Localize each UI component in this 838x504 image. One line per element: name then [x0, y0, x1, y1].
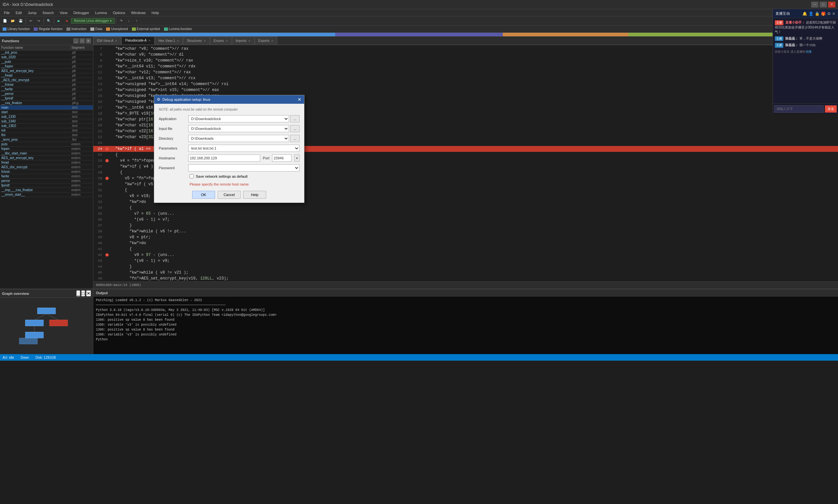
code-line[interactable]: 45 "kw">while ( v8 != v21 ); [93, 270, 838, 275]
tb-save[interactable]: 💾 [17, 17, 24, 24]
menu-options[interactable]: Options [110, 10, 128, 15]
menu-debugger[interactable]: Debugger [71, 10, 92, 15]
chat-send-button[interactable]: 发送 [825, 105, 837, 112]
menu-search[interactable]: Search [40, 10, 57, 15]
chat-icon-person[interactable]: 👤 [808, 12, 814, 16]
function-row[interactable]: freadextern [0, 160, 93, 165]
function-row[interactable]: __smon_start__extern [0, 193, 93, 197]
function-row[interactable]: main.text [0, 105, 93, 110]
function-row[interactable]: __fread.plt [0, 73, 93, 78]
tb-undo[interactable]: ↩ [27, 17, 34, 24]
chat-icon-lock[interactable]: 🔒 [815, 12, 820, 16]
tb-debugger-select[interactable]: Remote Linux debugger ▾ [71, 18, 114, 23]
dialog-port-dropdown-button[interactable]: ▾ [294, 155, 300, 162]
function-row[interactable]: perrorextern [0, 179, 93, 183]
code-line[interactable]: 44 } [93, 264, 838, 270]
close-button[interactable]: ✕ [828, 2, 835, 7]
code-line[interactable]: 38 "kw">while ( v6 != pt... [93, 229, 838, 234]
breakpoint-indicator[interactable] [105, 159, 109, 162]
minimize-button[interactable]: ─ [811, 2, 818, 7]
code-line[interactable]: 46 "fn">AES_set_encrypt_key(v19, 128LL, … [93, 275, 838, 282]
code-line[interactable]: 10 "kw">__int64 v11; "comment">// rdx [93, 64, 838, 69]
output-content[interactable]: Patchingj Loaded v0.1.2 - (c) Markus Gaa… [93, 296, 838, 354]
code-line[interactable]: 14 "kw">unsigned "kw">int v15; "comment"… [93, 87, 838, 93]
dialog-application-select[interactable]: D:\Downloads\lock [188, 115, 289, 122]
dialog-hostname-input[interactable] [188, 155, 260, 162]
function-row[interactable]: _term_proc.fini [0, 138, 93, 142]
functions-maximize-button[interactable]: □ [79, 38, 85, 43]
function-row[interactable]: putsextern [0, 142, 93, 147]
menu-view[interactable]: View [57, 10, 70, 15]
dialog-password-select[interactable] [188, 164, 300, 172]
dialog-port-input[interactable] [272, 155, 292, 162]
tab-enums-close[interactable]: ✕ [226, 39, 228, 42]
breakpoint-indicator[interactable] [105, 147, 109, 150]
dialog-application-browse-button[interactable]: ... [290, 115, 300, 122]
tb-step-into[interactable]: ↓ [125, 17, 132, 24]
tab-pseudocode-a-close[interactable]: ✕ [148, 39, 151, 42]
tab-hex-view-1[interactable]: Hex View-1 ✕ [155, 37, 183, 44]
code-line[interactable]: 43 *(v8 - 1) = v9; [93, 258, 838, 264]
code-line[interactable]: 42 v9 = 97 - (uns... [93, 252, 838, 258]
code-line[interactable]: 9 "kw">size_t v10; "comment">// rax [93, 58, 838, 64]
dialog-directory-select[interactable]: D:\Downloads [188, 135, 289, 142]
dialog-cancel-button[interactable]: Cancel [218, 191, 240, 199]
function-row[interactable]: fcloseextern [0, 169, 93, 174]
function-row[interactable]: fini.text [0, 133, 93, 138]
functions-close-button[interactable]: ✕ [86, 38, 91, 43]
function-row[interactable]: __perror.plt [0, 92, 93, 96]
menu-help[interactable]: Help [149, 10, 162, 15]
dialog-ok-button[interactable]: OK [192, 191, 215, 199]
chat-input[interactable] [774, 105, 824, 112]
graph-close-button[interactable]: ✕ [86, 290, 91, 296]
code-line[interactable]: 40 "kw">do [93, 240, 838, 246]
tb-find[interactable]: 🔍 [45, 17, 52, 24]
tb-stop[interactable]: ■ [63, 17, 70, 24]
breakpoint-indicator[interactable] [105, 177, 109, 180]
code-line[interactable]: 13 "kw">unsigned "kw">__int64 v14; "comm… [93, 81, 838, 87]
tab-ida-view-a[interactable]: IDA View-A ✕ [93, 37, 121, 44]
chat-icon-settings[interactable]: ⚙ [827, 12, 831, 16]
function-row[interactable]: start.text [0, 110, 93, 114]
function-row[interactable]: init.text [0, 128, 93, 133]
code-line[interactable]: 34 { [93, 205, 838, 211]
code-line[interactable]: 36 *(v6 - 1) = v7; [93, 217, 838, 222]
code-line[interactable]: 35 v7 = 65 - (uns... [93, 211, 838, 217]
dialog-save-network-checkbox[interactable] [190, 174, 194, 178]
menu-jump[interactable]: Jump [25, 10, 39, 15]
menu-windows[interactable]: Windows [128, 10, 148, 15]
code-line[interactable]: 7 "kw">char *v8; "comment">// rax [93, 46, 838, 52]
function-row[interactable]: fprintfextern [0, 183, 93, 188]
functions-minimize-button[interactable]: _ [73, 38, 78, 43]
function-row[interactable]: sub_1330.text [0, 114, 93, 119]
function-row[interactable]: AES_set_encrypt_key.plt [0, 69, 93, 73]
function-row[interactable]: __imp___cxa_finalizeextern [0, 188, 93, 193]
function-row[interactable]: __fopen.plt [0, 64, 93, 69]
menu-edit[interactable]: Edit [13, 10, 24, 15]
function-row[interactable]: AES_set_encrypt_keyextern [0, 156, 93, 160]
function-row[interactable]: _AES_cbc_encrypt.plt [0, 78, 93, 83]
tab-exports[interactable]: Exports ✕ [255, 37, 277, 44]
breakpoint-indicator[interactable] [105, 253, 109, 256]
tab-exports-close[interactable]: ✕ [271, 39, 274, 42]
tab-ida-view-a-close[interactable]: ✕ [115, 39, 118, 42]
dialog-parameters-select[interactable]: test.txt test.txt.1 [188, 145, 300, 152]
tb-step-over[interactable]: ↷ [118, 17, 125, 24]
menu-file[interactable]: File [1, 10, 13, 15]
menu-lumina[interactable]: Lumina [92, 10, 109, 15]
code-line[interactable]: 41 { [93, 246, 838, 252]
function-row[interactable]: fopenextern [0, 147, 93, 151]
tab-imports-close[interactable]: ✕ [248, 39, 251, 42]
tb-run[interactable]: ▶ [55, 17, 63, 24]
graph-minimize-button[interactable]: _ [76, 290, 80, 296]
tab-structures-close[interactable]: ✕ [203, 39, 206, 42]
tb-open[interactable]: 📂 [9, 17, 16, 24]
tab-imports[interactable]: Imports ✕ [232, 37, 254, 44]
function-row[interactable]: fwriteextern [0, 174, 93, 179]
chat-icon-bell[interactable]: 🔔 [802, 12, 807, 16]
code-line[interactable]: 39 v8 = ptr; [93, 234, 838, 240]
dialog-inputfile-select[interactable]: D:\Downloads\lock [188, 125, 289, 132]
function-row[interactable]: sub_1020.plt [0, 55, 93, 59]
chat-icon-close[interactable]: ✕ [832, 12, 835, 16]
function-row[interactable]: sub_1340.text [0, 119, 93, 124]
